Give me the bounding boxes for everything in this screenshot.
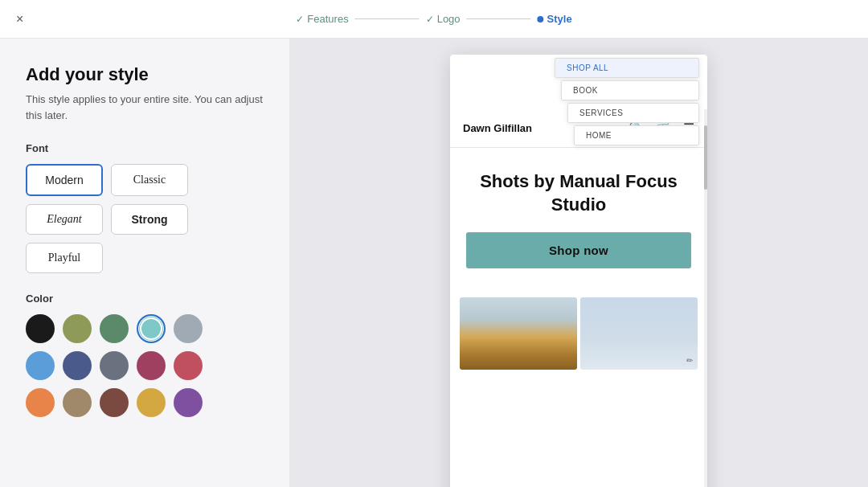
- color-swatch-sage[interactable]: [100, 314, 129, 343]
- mobile-scrollbar[interactable]: [704, 109, 707, 487]
- hero-title: Shots by Manual Focus Studio: [466, 170, 691, 216]
- font-btn-strong[interactable]: Strong: [111, 204, 188, 235]
- panel-subtitle: This style applies to your entire site. …: [26, 92, 264, 123]
- color-swatch-teal-light[interactable]: [137, 314, 166, 343]
- color-swatch-tan[interactable]: [63, 388, 92, 417]
- color-section-label: Color: [26, 293, 264, 305]
- right-panel: SHOP ALL BOOK SERVICES HOME Dawn Gilfill…: [289, 39, 868, 487]
- bison-image: [460, 297, 577, 370]
- step-style: Style: [538, 13, 572, 25]
- sky-image: [580, 297, 698, 370]
- color-swatch-brown[interactable]: [100, 388, 129, 417]
- mobile-nav: Dawn Gilfillan 🔍 🛒 ☰: [450, 109, 707, 148]
- color-swatch-purple[interactable]: [174, 388, 203, 417]
- main-content: Add your style This style applies to you…: [0, 39, 868, 487]
- font-btn-elegant[interactable]: Elegant: [26, 204, 103, 235]
- search-icon[interactable]: 🔍: [628, 121, 645, 136]
- nav-icons: 🔍 🛒 ☰: [628, 121, 694, 136]
- top-bar: × ✓ Features ✓ Logo Style: [0, 0, 868, 39]
- font-btn-classic[interactable]: Classic: [111, 164, 188, 196]
- bison-image-fill: [460, 297, 577, 370]
- font-section-label: Font: [26, 142, 264, 154]
- step-line-1: [355, 18, 420, 19]
- color-swatch-black[interactable]: [26, 314, 55, 343]
- color-swatch-slate[interactable]: [100, 351, 129, 380]
- color-grid: [26, 314, 264, 417]
- color-swatch-rose[interactable]: [174, 351, 203, 380]
- menu-icon[interactable]: ☰: [683, 121, 694, 136]
- step-features: ✓ Features: [296, 13, 348, 25]
- font-btn-modern[interactable]: Modern: [26, 164, 103, 196]
- dropdown-item-shop-all: SHOP ALL: [555, 58, 699, 78]
- step-logo: ✓ Logo: [426, 13, 461, 25]
- step-line-2: [467, 18, 531, 19]
- left-panel: Add your style This style applies to you…: [0, 39, 289, 487]
- color-swatch-gray-blue[interactable]: [174, 314, 203, 343]
- color-swatch-olive[interactable]: [63, 314, 92, 343]
- dropdown-item-book: BOOK: [561, 80, 699, 100]
- color-swatch-burgundy[interactable]: [137, 351, 166, 380]
- close-button[interactable]: ×: [16, 12, 23, 27]
- panel-title: Add your style: [26, 64, 264, 85]
- color-swatch-navy[interactable]: [63, 351, 92, 380]
- step-features-label: Features: [307, 13, 348, 25]
- mobile-preview: SHOP ALL BOOK SERVICES HOME Dawn Gilfill…: [450, 55, 707, 487]
- wizard-steps: ✓ Features ✓ Logo Style: [296, 13, 571, 25]
- color-swatch-sky-blue[interactable]: [26, 351, 55, 380]
- dot-icon-style: [538, 16, 544, 23]
- scrollbar-thumb: [704, 125, 707, 190]
- check-icon-logo: ✓: [426, 14, 434, 25]
- color-swatch-orange[interactable]: [26, 388, 55, 417]
- color-swatch-gold[interactable]: [137, 388, 166, 417]
- step-logo-label: Logo: [437, 13, 461, 25]
- step-style-label: Style: [547, 13, 572, 25]
- brand-name: Dawn Gilfillan: [463, 122, 532, 134]
- sky-image-fill: [580, 297, 698, 370]
- cart-icon[interactable]: 🛒: [656, 121, 672, 136]
- font-options: Modern Classic Elegant Strong Playful: [26, 164, 264, 273]
- shop-now-button[interactable]: Shop now: [466, 232, 691, 268]
- hero-section: Shots by Manual Focus Studio Shop now: [450, 148, 707, 284]
- image-grid: [450, 284, 707, 370]
- check-icon-features: ✓: [296, 14, 304, 25]
- font-btn-playful[interactable]: Playful: [26, 243, 103, 273]
